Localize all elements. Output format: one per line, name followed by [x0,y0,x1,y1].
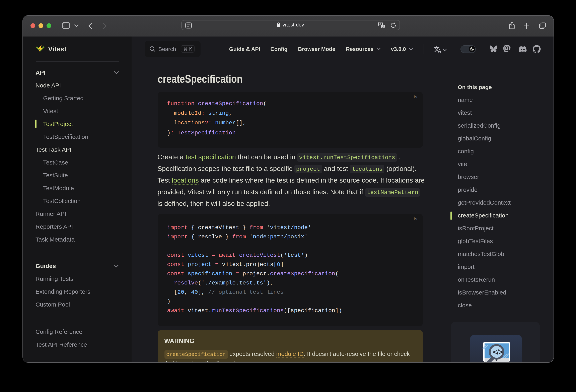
svg-text:A: A [379,23,381,26]
svg-text:</>: </> [493,348,503,356]
svg-text:文: 文 [382,25,384,28]
